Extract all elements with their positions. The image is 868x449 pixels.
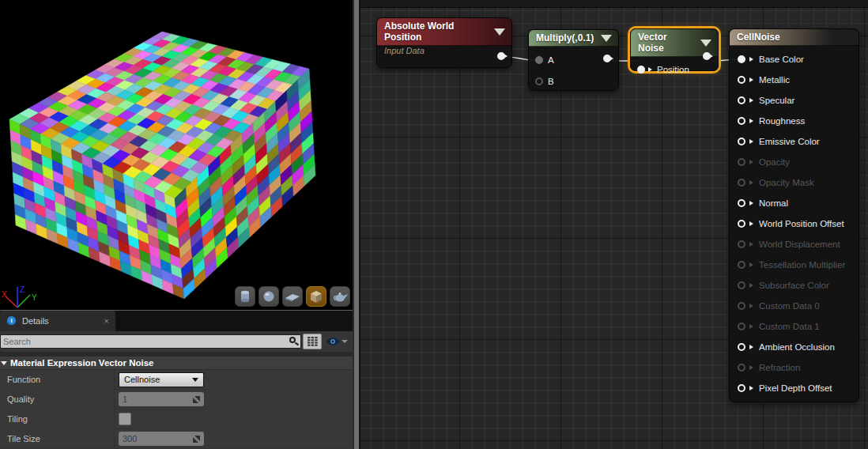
material-pin-specular[interactable]: Specular bbox=[730, 90, 859, 111]
material-pin-list: Base ColorMetallicSpecularRoughnessEmiss… bbox=[730, 46, 859, 402]
view-options-button[interactable] bbox=[324, 334, 349, 349]
pin-arrow-icon bbox=[749, 77, 753, 82]
chevron-down-icon bbox=[342, 340, 348, 343]
property-matrix-button[interactable] bbox=[303, 334, 322, 349]
property-row-tiling: Tiling bbox=[0, 409, 353, 429]
close-icon[interactable]: × bbox=[104, 316, 109, 326]
pin-label: Refraction bbox=[759, 363, 800, 372]
collapse-arrow-icon bbox=[1, 361, 7, 365]
input-pin-b[interactable]: B bbox=[529, 70, 618, 92]
cube-shape-button[interactable] bbox=[306, 286, 326, 307]
chevron-down-icon[interactable] bbox=[700, 40, 711, 47]
section-header[interactable]: Material Expression Vector Noise bbox=[0, 357, 353, 370]
node-cellnoise-result[interactable]: CellNoise Base ColorMetallicSpecularRoug… bbox=[729, 28, 859, 402]
preview-viewport[interactable]: X Y Z bbox=[0, 0, 353, 310]
pin-circle bbox=[738, 96, 745, 104]
cube-icon bbox=[308, 288, 325, 305]
search-icon bbox=[288, 335, 300, 348]
plane-icon bbox=[284, 288, 301, 305]
node-title: Vector Noise bbox=[638, 32, 694, 54]
pin-circle bbox=[738, 261, 745, 269]
property-row-quality: Quality1 bbox=[0, 390, 353, 409]
material-pin-opacity: Opacity bbox=[730, 152, 859, 172]
axis-y-label: Y bbox=[32, 293, 37, 302]
pin-circle bbox=[738, 158, 745, 166]
plane-shape-button[interactable] bbox=[282, 286, 303, 307]
input-pin-position[interactable]: Position bbox=[631, 58, 718, 80]
pin-arrow-icon bbox=[749, 201, 753, 206]
material-pin-ambient-occlusion[interactable]: Ambient Occlusion bbox=[730, 337, 859, 357]
material-pin-normal[interactable]: Normal bbox=[730, 193, 859, 213]
pin-arrow-icon bbox=[749, 221, 753, 226]
pin-arrow-icon bbox=[749, 242, 753, 247]
section-title: Material Expression Vector Noise bbox=[10, 358, 154, 368]
pin-arrow-icon bbox=[749, 304, 753, 308]
teapot-shape-button[interactable] bbox=[330, 286, 350, 307]
function-dropdown[interactable]: Cellnoise bbox=[119, 372, 204, 387]
pin-circle bbox=[738, 343, 745, 351]
node-subtitle: Input Data bbox=[377, 46, 511, 58]
pin-arrow-icon bbox=[609, 56, 613, 61]
left-panel: X Y Z bbox=[0, 0, 353, 449]
sphere-icon bbox=[260, 288, 277, 305]
pin-circle bbox=[738, 117, 745, 125]
chevron-down-icon[interactable] bbox=[601, 35, 612, 42]
pin-arrow-icon bbox=[749, 365, 753, 370]
chevron-down-icon[interactable] bbox=[494, 28, 505, 36]
node-absolute-world-position[interactable]: Absolute World Position Input Data bbox=[376, 17, 512, 68]
grid-icon bbox=[308, 337, 318, 346]
property-row-tile-size: Tile Size300 bbox=[0, 429, 353, 449]
pin-circle bbox=[738, 55, 745, 63]
pin-arrow-icon bbox=[749, 283, 753, 288]
drag-handle-icon bbox=[193, 436, 200, 443]
pin-label: Normal bbox=[759, 198, 788, 208]
pin-arrow-icon bbox=[749, 160, 753, 164]
search-input[interactable] bbox=[0, 334, 301, 349]
pin-circle bbox=[535, 56, 543, 64]
pin-arrow-icon bbox=[749, 98, 753, 103]
material-pin-emissive-color[interactable]: Emissive Color bbox=[730, 131, 859, 152]
node-vector-noise[interactable]: Vector Noise Position bbox=[630, 28, 719, 71]
pin-label: Position bbox=[657, 65, 689, 74]
details-info-icon: i bbox=[6, 315, 17, 326]
pin-arrow-icon bbox=[749, 262, 753, 267]
node-multiply[interactable]: Multiply(,0.1) A B bbox=[528, 29, 619, 91]
pin-circle bbox=[738, 302, 745, 310]
pin-label: Pixel Depth Offset bbox=[759, 383, 832, 393]
node-title: Multiply(,0.1) bbox=[536, 32, 594, 43]
details-tab[interactable]: i Details × bbox=[0, 311, 115, 331]
pin-label: Custom Data 1 bbox=[759, 322, 820, 331]
axis-gizmo: X Y Z bbox=[0, 262, 47, 308]
preview-shape-toolbar bbox=[235, 286, 350, 307]
material-pin-base-color[interactable]: Base Color bbox=[730, 49, 859, 70]
panel-splitter[interactable] bbox=[353, 0, 360, 449]
property-value: Cellnoise bbox=[115, 372, 204, 387]
cylinder-shape-button[interactable] bbox=[235, 286, 255, 307]
node-header[interactable]: Absolute World Position bbox=[377, 18, 511, 46]
material-pin-pixel-depth-offset[interactable]: Pixel Depth Offset bbox=[730, 378, 859, 398]
sphere-shape-button[interactable] bbox=[259, 286, 279, 307]
pin-label: Subsurface Color bbox=[759, 281, 829, 290]
material-pin-world-position-offset[interactable]: World Position Offset bbox=[730, 213, 859, 234]
property-row-function: FunctionCellnoise bbox=[0, 370, 353, 390]
output-pin[interactable] bbox=[497, 52, 508, 60]
output-pin[interactable] bbox=[703, 52, 713, 60]
pin-label: Custom Data 0 bbox=[759, 301, 820, 311]
dropdown-value: Cellnoise bbox=[124, 375, 160, 384]
pin-arrow-icon bbox=[749, 324, 753, 329]
details-tab-bar: i Details × bbox=[0, 311, 353, 331]
property-label: Tile Size bbox=[0, 429, 115, 448]
node-header[interactable]: CellNoise bbox=[730, 29, 859, 46]
pin-arrow-icon bbox=[749, 386, 753, 391]
axis-x-label: X bbox=[2, 290, 7, 299]
material-pin-metallic[interactable]: Metallic bbox=[730, 70, 859, 90]
pin-circle bbox=[738, 220, 745, 228]
output-pin[interactable] bbox=[603, 55, 613, 62]
node-header[interactable]: Multiply(,0.1) bbox=[529, 30, 618, 47]
cylinder-icon bbox=[236, 288, 254, 305]
material-pin-roughness[interactable]: Roughness bbox=[730, 111, 859, 131]
material-graph-canvas[interactable]: Absolute World Position Input Data Multi… bbox=[360, 0, 868, 449]
tiling-checkbox[interactable] bbox=[119, 413, 131, 425]
chevron-down-icon bbox=[192, 378, 198, 382]
pin-label: Roughness bbox=[759, 116, 805, 126]
